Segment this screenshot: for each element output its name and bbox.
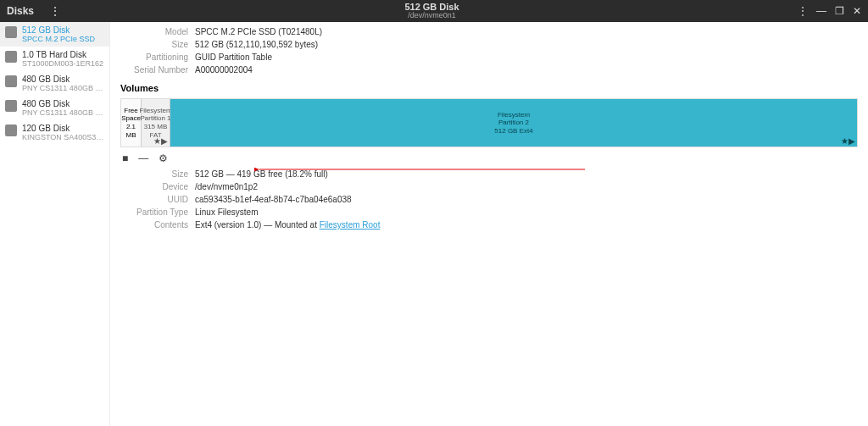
sidebar-item-disk[interactable]: 480 GB Disk PNY CS1311 480GB SSD bbox=[0, 71, 109, 96]
window-subtitle: /dev/nvme0n1 bbox=[66, 12, 798, 20]
label-contents: Contents bbox=[120, 220, 195, 230]
partition-icons: ★▶ bbox=[153, 136, 168, 146]
value-size: 512 GB (512,110,190,592 bytes) bbox=[195, 40, 318, 49]
disk-icon bbox=[5, 51, 17, 63]
close-icon[interactable]: ✕ bbox=[853, 5, 861, 17]
delete-partition-icon[interactable]: — bbox=[138, 152, 148, 164]
sidebar-item-disk[interactable]: 512 GB Disk SPCC M.2 PCIe SSD bbox=[0, 22, 109, 47]
value-contents: Ext4 (version 1.0) — Mounted at Filesyst… bbox=[195, 220, 380, 230]
disk-sub: PNY CS1311 480GB SSD bbox=[22, 108, 104, 117]
value-partitioning: GUID Partition Table bbox=[195, 53, 272, 62]
disk-icon bbox=[5, 75, 17, 87]
value-serial: A00000002004 bbox=[195, 65, 253, 75]
volumes-heading: Volumes bbox=[120, 83, 858, 93]
value-device: /dev/nvme0n1p2 bbox=[195, 182, 258, 191]
label-part-size: Size bbox=[120, 169, 195, 179]
label-partitioning: Partitioning bbox=[120, 53, 195, 62]
label-size: Size bbox=[120, 40, 195, 49]
maximize-icon[interactable]: ❐ bbox=[835, 5, 844, 17]
disk-icon bbox=[5, 100, 17, 112]
volume-partition-1[interactable]: FilesystemPartition 1315 MB FAT ★▶ bbox=[142, 99, 170, 147]
disk-title: 512 GB Disk bbox=[22, 25, 104, 35]
disk-sub: ST1000DM003-1ER162 bbox=[22, 59, 104, 68]
label-uuid: UUID bbox=[120, 195, 195, 204]
app-name: Disks bbox=[7, 5, 34, 17]
value-model: SPCC M.2 PCIe SSD (T021480L) bbox=[195, 27, 322, 36]
minimize-icon[interactable]: — bbox=[816, 5, 826, 17]
volume-free-space[interactable]: Free Space2.1 MB bbox=[121, 99, 142, 147]
volume-partition-2[interactable]: FilesystemPartition 2512 GB Ext4 ★▶ bbox=[170, 99, 857, 147]
disk-title: 480 GB Disk bbox=[22, 75, 104, 84]
disk-icon bbox=[5, 26, 17, 38]
partition-icons: ★▶ bbox=[841, 136, 855, 146]
label-device: Device bbox=[120, 182, 195, 191]
titlebar-center: 512 GB Disk /dev/nvme0n1 bbox=[66, 2, 798, 20]
label-model: Model bbox=[120, 27, 195, 36]
sidebar-item-disk[interactable]: 1.0 TB Hard Disk ST1000DM003-1ER162 bbox=[0, 47, 109, 71]
disk-sub: KINGSTON SA400S37120G bbox=[22, 133, 104, 141]
disk-sub: SPCC M.2 PCIe SSD bbox=[22, 35, 104, 43]
sidebar-item-disk[interactable]: 120 GB Disk KINGSTON SA400S37120G bbox=[0, 120, 109, 145]
disk-title: 480 GB Disk bbox=[22, 99, 104, 108]
titlebar: Disks ⋮ 512 GB Disk /dev/nvme0n1 ⋮ — ❐ ✕ bbox=[0, 0, 868, 22]
disk-icon bbox=[5, 124, 17, 136]
disk-sub: PNY CS1311 480GB SSD bbox=[22, 84, 104, 92]
disk-title: 120 GB Disk bbox=[22, 124, 104, 133]
label-serial: Serial Number bbox=[120, 65, 195, 75]
main: 512 GB Disk SPCC M.2 PCIe SSD 1.0 TB Har… bbox=[0, 22, 868, 426]
value-uuid: ca593435-b1ef-4eaf-8b74-c7ba04e6a038 bbox=[195, 195, 352, 204]
volume-map: Free Space2.1 MB FilesystemPartition 131… bbox=[120, 98, 858, 147]
gear-icon[interactable]: ⚙ bbox=[159, 152, 168, 164]
value-partition-type: Linux Filesystem bbox=[195, 207, 258, 217]
filesystem-root-link[interactable]: Filesystem Root bbox=[320, 220, 381, 230]
window-controls: ⋮ — ❐ ✕ bbox=[798, 5, 861, 17]
hamburger-icon[interactable]: ⋮ bbox=[44, 4, 66, 18]
sidebar-item-disk[interactable]: 480 GB Disk PNY CS1311 480GB SSD bbox=[0, 96, 109, 120]
unmount-icon[interactable]: ■ bbox=[122, 152, 128, 164]
disk-title: 1.0 TB Hard Disk bbox=[22, 50, 104, 59]
content: ModelSPCC M.2 PCIe SSD (T021480L) Size51… bbox=[110, 22, 868, 426]
drive-menu-icon[interactable]: ⋮ bbox=[798, 5, 808, 17]
label-partition-type: Partition Type bbox=[120, 207, 195, 217]
sidebar: 512 GB Disk SPCC M.2 PCIe SSD 1.0 TB Har… bbox=[0, 22, 110, 426]
